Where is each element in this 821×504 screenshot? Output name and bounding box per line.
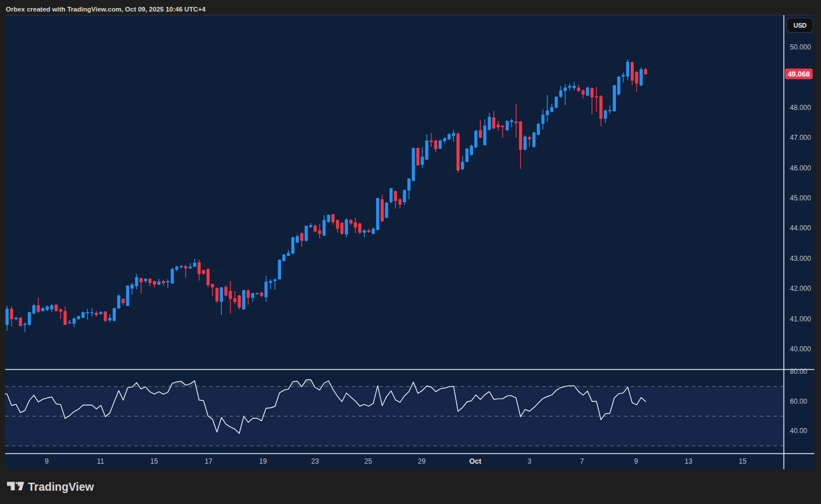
svg-text:15: 15 <box>150 457 158 465</box>
svg-text:USD: USD <box>793 22 807 29</box>
svg-text:80.00: 80.00 <box>790 367 807 376</box>
svg-text:40.00: 40.00 <box>790 427 807 435</box>
svg-text:60.00: 60.00 <box>790 397 807 406</box>
svg-text:TradingView: TradingView <box>28 480 94 493</box>
svg-text:3: 3 <box>528 457 532 465</box>
svg-text:7: 7 <box>580 457 584 465</box>
svg-text:42.000: 42.000 <box>790 285 811 293</box>
svg-text:13: 13 <box>684 457 693 465</box>
svg-text:49.068: 49.068 <box>788 70 809 78</box>
svg-text:44.000: 44.000 <box>790 224 811 232</box>
svg-text:47.000: 47.000 <box>790 134 811 142</box>
svg-text:15: 15 <box>739 457 747 465</box>
svg-text:45.000: 45.000 <box>790 194 811 202</box>
svg-text:41.000: 41.000 <box>790 315 811 323</box>
svg-text:11: 11 <box>97 457 104 465</box>
svg-text:29: 29 <box>418 457 426 465</box>
svg-text:23: 23 <box>311 457 319 465</box>
svg-text:46.000: 46.000 <box>790 164 811 172</box>
svg-text:19: 19 <box>259 457 267 465</box>
svg-text:50.000: 50.000 <box>790 43 811 51</box>
svg-text:40.000: 40.000 <box>790 345 811 353</box>
svg-text:9: 9 <box>634 457 638 465</box>
svg-text:25: 25 <box>364 457 372 465</box>
svg-text:17: 17 <box>205 457 213 465</box>
svg-text:Oct: Oct <box>470 457 482 465</box>
svg-text:43.000: 43.000 <box>790 255 811 263</box>
svg-text:Orbex created with TradingView: Orbex created with TradingView.com, Oct … <box>6 6 206 13</box>
svg-text:48.000: 48.000 <box>790 104 811 112</box>
svg-text:9: 9 <box>45 457 49 465</box>
